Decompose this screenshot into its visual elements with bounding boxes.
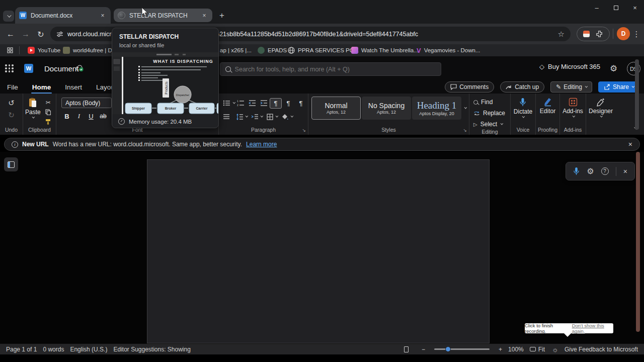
editor-suggestions[interactable]: Editor Suggestions: Showing bbox=[113, 346, 190, 353]
paragraph-dialog-launcher[interactable]: ↘ bbox=[302, 128, 306, 133]
bookmark-world4ufree[interactable]: world4ufree | Dow bbox=[63, 45, 119, 55]
zoom-level[interactable]: 100% bbox=[508, 346, 524, 353]
reload-button[interactable]: ↻ bbox=[34, 28, 47, 41]
bookmark-vegamovies[interactable]: V Vegamovies - Down... bbox=[417, 45, 480, 55]
banner-close-icon[interactable]: × bbox=[628, 140, 632, 148]
tab-stellar-dispatch[interactable]: STELLAR DISPATCH × bbox=[114, 9, 212, 22]
font-name-combobox[interactable]: Aptos (Body) bbox=[61, 98, 112, 108]
borders-button[interactable] bbox=[264, 111, 277, 122]
styles-gallery-more[interactable] bbox=[462, 97, 466, 120]
editing-mode-button[interactable]: ✎ Editing bbox=[550, 81, 592, 93]
special-indent-button[interactable] bbox=[249, 111, 262, 122]
cloud-saved-icon[interactable] bbox=[75, 64, 84, 72]
window-maximize-button[interactable] bbox=[607, 0, 625, 15]
increase-indent-icon[interactable] bbox=[258, 98, 269, 109]
rtl-paragraph-button[interactable]: ¶ bbox=[282, 98, 294, 109]
tab-document-docx[interactable]: W Document.docx × bbox=[15, 7, 111, 24]
app-search-bar[interactable] bbox=[220, 62, 441, 76]
close-tab-icon[interactable]: × bbox=[99, 12, 107, 20]
window-minimize-button[interactable]: – bbox=[588, 0, 606, 15]
feedback-link[interactable]: Give Feedback to Microsoft bbox=[565, 346, 638, 353]
numbered-list-icon[interactable]: 12 bbox=[235, 98, 246, 109]
select-button[interactable]: ▷Select bbox=[473, 120, 502, 129]
comments-button[interactable]: Comments bbox=[445, 81, 494, 93]
tab-insert[interactable]: Insert bbox=[58, 80, 89, 94]
ltr-paragraph-button[interactable]: ¶ bbox=[270, 98, 282, 109]
dictate-button[interactable]: Dictate bbox=[514, 98, 532, 118]
brightness-icon[interactable]: ☼ bbox=[552, 345, 558, 353]
dictation-mic-icon[interactable] bbox=[573, 167, 580, 176]
tab-search-button[interactable] bbox=[3, 11, 14, 22]
style-no-spacing[interactable]: No Spacing Aptos, 12 bbox=[362, 97, 411, 120]
app-launcher-icon[interactable] bbox=[5, 64, 14, 72]
style-heading-1[interactable]: Heading 1 Aptos Display, 20 bbox=[412, 97, 461, 120]
zoom-slider-thumb[interactable] bbox=[445, 346, 451, 352]
browser-menu-button[interactable]: ⋮ bbox=[630, 28, 643, 41]
cut-icon[interactable]: ✂ bbox=[43, 99, 54, 107]
bookmark-umbrella[interactable]: Watch The Umbrella... bbox=[351, 45, 419, 55]
decrease-indent-icon[interactable] bbox=[247, 98, 258, 109]
bookmark-x265[interactable]: ap | x265 |... bbox=[220, 45, 252, 55]
bookmark-epads[interactable]: EPADS bbox=[258, 45, 287, 55]
page-view-icon[interactable] bbox=[404, 346, 409, 352]
zoom-in-button[interactable]: + bbox=[499, 346, 502, 353]
strikethrough-button[interactable]: ab bbox=[98, 111, 109, 121]
fit-icon[interactable] bbox=[530, 347, 536, 351]
tab-file[interactable]: File bbox=[0, 80, 25, 94]
help-icon[interactable]: ? bbox=[601, 167, 609, 175]
forward-button[interactable]: → bbox=[19, 28, 32, 41]
language[interactable]: English (U.S.) bbox=[70, 346, 107, 353]
align-justify-icon[interactable] bbox=[221, 111, 232, 122]
zoom-slider[interactable] bbox=[434, 348, 490, 350]
new-tab-button[interactable]: + bbox=[216, 10, 227, 21]
zoom-out-button[interactable]: − bbox=[422, 346, 425, 353]
copy-icon[interactable] bbox=[43, 108, 54, 116]
designer-button[interactable]: Designer bbox=[589, 98, 613, 118]
ribbon-scrollbar[interactable] bbox=[635, 59, 639, 130]
word-count[interactable]: 0 words bbox=[43, 346, 64, 353]
find-button[interactable]: Find bbox=[473, 98, 493, 107]
close-tab-icon[interactable]: × bbox=[200, 12, 208, 20]
extension-icon[interactable] bbox=[583, 31, 590, 37]
replace-button[interactable]: Replace bbox=[473, 109, 505, 118]
italic-button[interactable]: I bbox=[73, 111, 85, 121]
back-button[interactable]: ← bbox=[4, 28, 17, 41]
tab-home[interactable]: Home bbox=[25, 80, 58, 94]
close-icon[interactable]: × bbox=[623, 167, 627, 175]
undo-icon[interactable]: ↺ bbox=[6, 98, 17, 109]
apps-grid-icon[interactable] bbox=[7, 47, 13, 53]
document-page[interactable] bbox=[147, 159, 490, 343]
editor-button[interactable]: Editor bbox=[540, 98, 555, 115]
bookmark-ppra[interactable]: PPRA SERVICES PO... bbox=[288, 45, 359, 55]
settings-gear-icon[interactable]: ⚙ bbox=[610, 63, 617, 74]
bold-button[interactable]: B bbox=[61, 111, 72, 121]
shading-button[interactable] bbox=[279, 111, 292, 122]
learn-more-link[interactable]: Learn more bbox=[246, 141, 277, 148]
dont-show-again-link[interactable]: Don't show this again. bbox=[572, 323, 613, 334]
search-input[interactable] bbox=[235, 66, 436, 73]
settings-gear-icon[interactable]: ⚙ bbox=[587, 166, 594, 176]
show-formatting-button[interactable]: ¶ bbox=[295, 98, 307, 109]
redo-icon[interactable]: ↻ bbox=[6, 110, 17, 121]
page-count[interactable]: Page 1 of 1 bbox=[6, 346, 37, 353]
bookmark-youtube[interactable]: YouTube bbox=[28, 45, 60, 55]
window-close-button[interactable]: × bbox=[626, 0, 644, 15]
styles-dialog-launcher[interactable]: ↘ bbox=[463, 128, 467, 133]
catch-up-button[interactable]: Catch up bbox=[500, 81, 544, 93]
page-scrollbar[interactable] bbox=[636, 152, 640, 332]
addins-button[interactable]: Add-ins bbox=[562, 98, 583, 118]
paste-button[interactable]: Paste bbox=[25, 98, 41, 119]
navigation-pane-toggle[interactable] bbox=[4, 157, 18, 171]
share-button[interactable]: Share bbox=[598, 81, 639, 93]
document-title[interactable]: Document bbox=[44, 64, 78, 73]
profile-avatar[interactable]: D bbox=[617, 27, 630, 40]
underline-button[interactable]: U bbox=[86, 111, 97, 121]
extensions-puzzle-icon[interactable] bbox=[596, 30, 603, 38]
bookmark-star-icon[interactable]: ☆ bbox=[558, 30, 565, 39]
site-settings-icon[interactable] bbox=[56, 31, 63, 38]
fit-label[interactable]: Fit bbox=[538, 346, 545, 353]
format-painter-icon[interactable] bbox=[43, 118, 54, 126]
bullet-list-icon[interactable] bbox=[221, 98, 232, 109]
buy-microsoft-365-button[interactable]: ◇ Buy Microsoft 365 bbox=[539, 63, 600, 70]
line-spacing-button[interactable] bbox=[234, 111, 247, 122]
